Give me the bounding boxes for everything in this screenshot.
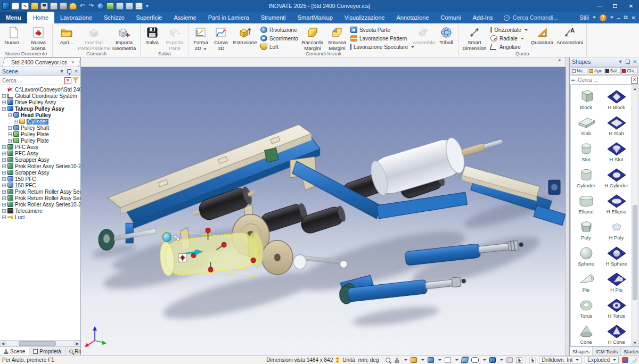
shape-item-poly[interactable]: Poly [571, 217, 601, 243]
tab-scene[interactable]: Scene [0, 347, 29, 355]
save-icon[interactable] [40, 3, 48, 10]
clear-search-icon[interactable]: ✕ [631, 77, 638, 84]
shape-item-cone[interactable]: Cone [571, 321, 601, 346]
estrusione-button[interactable]: Estrusione [231, 24, 259, 46]
stili-dropdown[interactable]: Stili [579, 14, 589, 21]
expander-icon[interactable]: + [2, 164, 6, 168]
render-mode-icon[interactable] [428, 357, 434, 363]
resize-grip[interactable] [632, 358, 637, 363]
shape-item-h-pie[interactable]: H Pie [601, 269, 632, 295]
expander-icon[interactable]: − [2, 107, 6, 111]
apri-button[interactable]: Apri... [54, 24, 79, 46]
expander-icon[interactable]: + [2, 203, 6, 206]
loft-button[interactable]: Loft [259, 43, 300, 51]
units-value[interactable]: mm; deg [358, 357, 379, 363]
open-file-icon[interactable] [31, 3, 38, 10]
expander-icon[interactable]: + [8, 126, 12, 130]
tree-item[interactable]: +Pulley Plate [0, 137, 80, 144]
tree-item[interactable]: C:\Lavoro\Conveyor\Std 2400 Conv [0, 86, 80, 93]
expander-icon[interactable]: + [2, 184, 6, 187]
panel-menu-caret-icon[interactable]: ▼ [618, 59, 623, 64]
shape-item-ellipse[interactable]: Ellipse [571, 191, 601, 217]
shape-item-h-torus[interactable]: H Torus [601, 295, 632, 321]
tab-proprieta[interactable]: Proprietà [29, 347, 65, 355]
part-colors-icon[interactable] [622, 357, 628, 363]
raccorda-margini-button[interactable]: Raccorda Margini [300, 24, 325, 51]
expander-icon[interactable]: + [2, 101, 6, 104]
tree-item[interactable]: +Scrapper Assy [0, 169, 80, 176]
drilldown-dropdown[interactable]: Drilldown: Int [539, 357, 581, 363]
redo-icon[interactable]: ↷ [88, 3, 95, 10]
camera-person-icon[interactable] [394, 357, 400, 363]
tab-starter[interactable]: Starter [621, 347, 639, 355]
tree-item[interactable]: +Prok Roller Assy Series10-20 Deg [0, 201, 80, 208]
expander-icon[interactable]: + [14, 120, 18, 123]
tree-item[interactable]: +Prok Roller Assy Series10-20 Deg [0, 163, 80, 169]
shape-item-h-cone[interactable]: H Cone [601, 321, 632, 346]
caret-icon[interactable] [500, 359, 503, 361]
tab-annotazione[interactable]: Annotazione [390, 12, 435, 23]
catalog-open-button[interactable]: Apri [588, 67, 604, 75]
table-icon[interactable] [135, 3, 143, 10]
nuovo-button[interactable]: Nuovo... [2, 24, 26, 46]
alert-icon[interactable] [69, 3, 77, 10]
scene-search-input[interactable] [0, 78, 64, 84]
forma-2d-button[interactable]: Forma 2D [191, 24, 211, 51]
tab-smartmarkup[interactable]: SmartMarkup [292, 12, 339, 23]
expander-icon[interactable]: + [2, 171, 6, 175]
curva-3d-button[interactable]: Curva 3D [211, 24, 231, 51]
orizzontale-button[interactable]: Orizzontale [489, 26, 529, 34]
tree-item[interactable]: +Prok Return Roller Assy Series10 [0, 195, 80, 201]
shape-item-h-poly[interactable]: H Poly [601, 217, 632, 243]
stili-caret-icon[interactable] [593, 16, 596, 19]
maximize-button[interactable] [607, 0, 623, 12]
panel-splitter[interactable] [566, 57, 569, 355]
panel-menu-caret-icon[interactable]: ▼ [60, 69, 64, 74]
caret-icon[interactable] [421, 359, 424, 361]
expander-icon[interactable]: + [2, 216, 6, 219]
minimize-button[interactable] [591, 0, 607, 12]
selection-filter-icon[interactable] [461, 357, 469, 363]
tree-item[interactable]: +Pulley Plate [0, 131, 80, 137]
tab-strumenti[interactable]: Strumenti [255, 12, 292, 23]
units-label[interactable]: Unità [342, 357, 355, 363]
command-search[interactable]: Cerca Comandi... [504, 12, 558, 23]
layout-panel2-icon[interactable] [126, 3, 133, 10]
shaded-view-icon[interactable] [489, 357, 496, 363]
pointer-icon[interactable] [529, 357, 536, 363]
filter-icon[interactable] [72, 77, 79, 84]
explode-dropdown[interactable]: Exploded [585, 357, 619, 363]
expander-icon[interactable]: + [8, 139, 12, 143]
new-document-icon[interactable] [12, 3, 19, 10]
triball-button[interactable]: Triball [436, 24, 456, 46]
tab-comuni[interactable]: Comuni [435, 12, 467, 23]
nuova-scena-button[interactable]: Nuova Scena [26, 24, 51, 51]
tree-item[interactable]: +Telecamere [0, 208, 80, 214]
tree-item[interactable]: −Takeup Pulley Assy [0, 105, 80, 112]
catalog-save-button[interactable]: Sal... [605, 67, 621, 75]
shapes-scrollbar[interactable]: ▲ ▼ [632, 85, 638, 346]
rivoluzione-button[interactable]: Rivoluzione [259, 26, 300, 34]
panel-close-icon[interactable]: ✕ [74, 69, 78, 74]
panel-close-icon[interactable]: ✕ [633, 59, 637, 64]
layout-panel-icon[interactable] [116, 3, 124, 10]
material-mode-icon[interactable] [411, 357, 417, 363]
lavorazione-pattern-button[interactable]: Lavorazione Pattern [349, 35, 412, 42]
shape-item-sphere[interactable]: Sphere [571, 243, 601, 269]
clear-search-icon[interactable]: ✕ [64, 77, 71, 84]
pin-icon[interactable] [626, 60, 630, 64]
scrollbar-thumb[interactable] [19, 341, 56, 346]
caret-icon[interactable] [483, 359, 486, 361]
help-caret-icon[interactable] [610, 16, 613, 19]
ribbon-close-button[interactable]: ✕ [632, 15, 636, 21]
shape-item-block[interactable]: Block [571, 87, 601, 113]
scroll-left-icon[interactable]: ◀ [0, 341, 6, 346]
app-logo-icon[interactable] [2, 3, 10, 10]
tab-lavorazione[interactable]: Lavorazione [54, 12, 98, 23]
viewport-3d-scene[interactable] [81, 67, 566, 355]
tab-shapes[interactable]: Shapes [570, 347, 593, 355]
tree-item[interactable]: −Head Pulley [0, 112, 80, 118]
close-document-icon[interactable] [21, 3, 29, 10]
shape-item-h-slab[interactable]: H Slab [601, 113, 632, 139]
salva-button[interactable]: Salva [142, 24, 162, 46]
